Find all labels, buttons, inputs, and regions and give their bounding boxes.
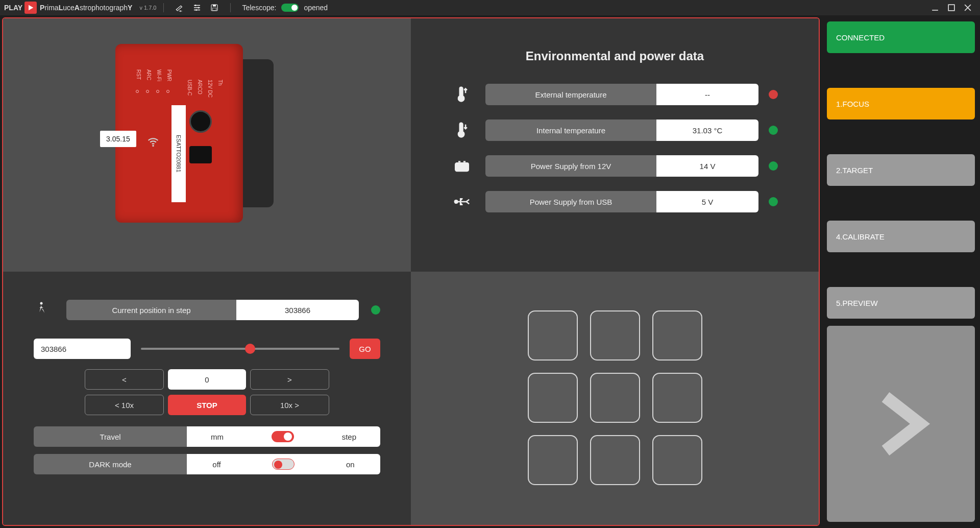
- dark-toggle[interactable]: [272, 459, 295, 470]
- temperature-up-icon: [452, 84, 472, 105]
- device-tag: ESATTO20881: [172, 105, 186, 202]
- dark-right: on: [346, 460, 355, 469]
- travel-mode-row: Travel mm step: [34, 426, 380, 447]
- status-dot: [371, 305, 380, 315]
- separator: [163, 3, 164, 12]
- led-label: Wi-Fi: [156, 69, 162, 81]
- step-focus-button[interactable]: 1.FOCUS: [827, 88, 975, 119]
- status-dot: [769, 161, 778, 171]
- battery-icon: [452, 156, 472, 176]
- settings-sliders-icon[interactable]: [191, 2, 203, 13]
- svg-rect-5: [213, 5, 216, 7]
- stop-button[interactable]: STOP: [168, 395, 246, 415]
- preset-cell[interactable]: [528, 435, 578, 485]
- position-value: 303866: [236, 300, 359, 320]
- svg-point-1: [195, 5, 197, 6]
- device-illustration: USB-C ARCO 12V DC Th RST ARC Wi-Fi PWR E…: [115, 44, 243, 223]
- main: USB-C ARCO 12V DC Th RST ARC Wi-Fi PWR E…: [0, 15, 980, 528]
- step-preview-button[interactable]: 5.PREVIEW: [827, 287, 975, 319]
- go-button[interactable]: GO: [350, 339, 380, 359]
- telescope-toggle[interactable]: [281, 4, 299, 12]
- svg-point-3: [195, 9, 197, 11]
- telescope-label: Telescope:: [242, 4, 276, 12]
- svg-rect-6: [213, 8, 217, 11]
- env-row-12v: Power Supply from 12V 14 V: [452, 155, 778, 177]
- travel-toggle[interactable]: [272, 431, 294, 442]
- led-label: ARC: [146, 69, 152, 80]
- panel-environment: Environmental and power data External te…: [411, 18, 819, 272]
- env-label: External temperature: [485, 84, 656, 105]
- preset-cell[interactable]: [652, 373, 702, 423]
- env-value: 5 V: [656, 191, 758, 212]
- led-label: RST: [136, 69, 141, 80]
- window-maximize-button[interactable]: [943, 0, 960, 15]
- svg-point-13: [455, 200, 458, 203]
- svg-marker-0: [29, 5, 33, 11]
- temperature-down-icon: [452, 120, 472, 140]
- step-fwd-button[interactable]: >: [250, 369, 329, 390]
- telescope-icon[interactable]: [174, 2, 185, 13]
- svg-point-2: [198, 7, 200, 9]
- port-label: 12V DC: [207, 80, 213, 98]
- env-label: Internal temperature: [485, 119, 656, 141]
- led-label: PWR: [166, 69, 172, 81]
- dark-label: DARK mode: [34, 454, 187, 474]
- next-button[interactable]: [827, 326, 975, 522]
- separator: [230, 3, 231, 12]
- travel-label: Travel: [34, 426, 187, 447]
- target-position-input[interactable]: [34, 339, 131, 359]
- walk-icon: [34, 301, 52, 319]
- env-label: Power Supply from 12V: [485, 155, 656, 177]
- port-label: USB-C: [187, 80, 192, 95]
- port-label: ARCO: [197, 80, 203, 94]
- env-value: --: [656, 84, 758, 105]
- telescope-state: opened: [304, 4, 328, 12]
- env-title: Environmental and power data: [452, 49, 778, 63]
- preset-cell[interactable]: [652, 310, 702, 361]
- brand-text: PrimaLuceAstrophotographY: [40, 4, 132, 12]
- travel-right: step: [342, 433, 356, 441]
- status-dot: [769, 126, 778, 135]
- preset-cell[interactable]: [528, 310, 578, 361]
- preset-cell[interactable]: [590, 373, 640, 423]
- preset-cell[interactable]: [528, 373, 578, 423]
- preset-cell[interactable]: [590, 435, 640, 485]
- env-row-ext-temp: External temperature --: [452, 84, 778, 105]
- app-version: v 1.7.0: [139, 5, 156, 11]
- env-row-usb: Power Supply from USB 5 V: [452, 191, 778, 212]
- usb-icon: [452, 191, 472, 212]
- brand-logo-icon: [24, 2, 37, 14]
- connected-button[interactable]: CONNECTED: [827, 21, 975, 53]
- chevron-right-icon: [863, 386, 939, 462]
- save-icon[interactable]: [209, 2, 220, 13]
- preset-cell[interactable]: [652, 435, 702, 485]
- svg-point-14: [40, 302, 43, 305]
- sidebar: CONNECTED 1.FOCUS 2.TARGET 4.CALIBRATE 5…: [822, 15, 980, 528]
- svg-rect-8: [948, 5, 954, 11]
- panel-position: Current position in step 303866 GO < 0 >…: [3, 272, 411, 525]
- step-fwd-10x-button[interactable]: 10x >: [250, 395, 329, 415]
- position-label: Current position in step: [66, 300, 236, 320]
- wifi-icon: [146, 133, 160, 150]
- step-value[interactable]: 0: [168, 369, 246, 390]
- dark-mode-row: DARK mode off on: [34, 454, 380, 474]
- env-value: 31.03 °C: [656, 119, 758, 141]
- dark-left: off: [212, 460, 220, 469]
- window-close-button[interactable]: [960, 0, 976, 15]
- window-minimize-button[interactable]: [927, 0, 943, 15]
- step-calibrate-button[interactable]: 4.CALIBRATE: [827, 221, 975, 252]
- status-dot: [769, 197, 778, 206]
- content-grid: USB-C ARCO 12V DC Th RST ARC Wi-Fi PWR E…: [2, 17, 820, 526]
- step-target-button[interactable]: 2.TARGET: [827, 154, 975, 186]
- app-header: PLAY PrimaLuceAstrophotographY v 1.7.0 T…: [0, 0, 980, 15]
- brand-play: PLAY: [4, 4, 22, 12]
- preset-grid: [528, 310, 702, 485]
- firmware-label: 3.05.15: [100, 131, 136, 147]
- panel-grid: [411, 272, 819, 525]
- step-back-button[interactable]: <: [85, 369, 164, 390]
- env-value: 14 V: [656, 155, 758, 177]
- step-back-10x-button[interactable]: < 10x: [85, 395, 164, 415]
- panel-device: USB-C ARCO 12V DC Th RST ARC Wi-Fi PWR E…: [3, 18, 411, 272]
- position-slider[interactable]: [141, 343, 339, 355]
- preset-cell[interactable]: [590, 310, 640, 361]
